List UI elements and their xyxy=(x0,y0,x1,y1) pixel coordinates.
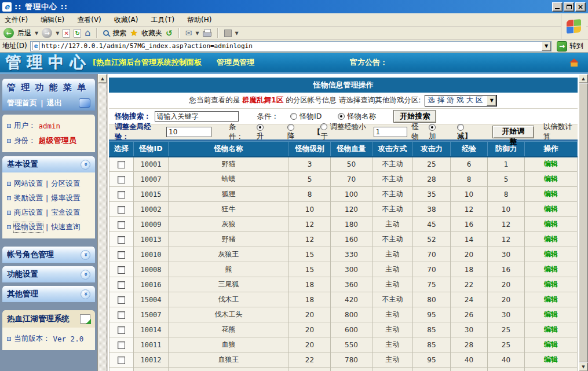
sidebar-item-site-settings[interactable]: 网站设置 xyxy=(14,179,43,189)
history-button[interactable]: ↺ xyxy=(166,29,173,38)
edit-dropdown-icon[interactable]: ▼ xyxy=(235,31,239,36)
mail-button[interactable]: ✉ ▼ xyxy=(185,29,199,37)
sidebar-item-droprate-settings[interactable]: 爆率设置 xyxy=(51,193,80,203)
edit-page-button[interactable]: ▼ xyxy=(224,30,239,37)
sidebar-item-logout[interactable]: 退出 xyxy=(47,98,62,108)
edit-link[interactable]: 编辑 xyxy=(544,205,558,213)
edit-link[interactable]: 编辑 xyxy=(544,295,558,303)
edit-link[interactable]: 编辑 xyxy=(544,235,558,243)
menu-favorites[interactable]: 收藏(A) xyxy=(114,15,138,25)
address-label: 地址(D) xyxy=(2,41,27,51)
radio-exp-down[interactable]: 降 xyxy=(287,123,303,141)
edit-link[interactable]: 编辑 xyxy=(544,190,558,198)
go-button[interactable]: → 转到 xyxy=(554,41,586,52)
row-checkbox[interactable] xyxy=(118,341,125,349)
home-button[interactable]: ⌂ xyxy=(85,28,90,38)
address-input[interactable] xyxy=(42,42,542,50)
scroll-up-icon[interactable]: ▲ xyxy=(98,74,107,83)
zone-select[interactable]: 选 择 游 戏 大 区 ▼ xyxy=(425,95,498,106)
forward-dropdown-icon[interactable]: ▼ xyxy=(56,31,59,36)
admin-manage-link[interactable]: 管理员管理 xyxy=(217,57,254,68)
refresh-button[interactable]: ↻ xyxy=(74,29,81,38)
sidebar-item-monster-settings[interactable]: 怪物设置 xyxy=(14,222,43,232)
row-checkbox[interactable] xyxy=(118,221,125,229)
chevron-double-down-icon[interactable]: » xyxy=(81,270,90,280)
row-checkbox[interactable] xyxy=(118,161,125,168)
section-account-role[interactable]: 帐号角色管理 » xyxy=(2,247,95,263)
edit-link[interactable]: 编辑 xyxy=(544,220,558,228)
row-checkbox[interactable] xyxy=(118,236,125,244)
mail-dropdown-icon[interactable]: ▼ xyxy=(195,31,199,36)
chevron-double-down-icon[interactable]: » xyxy=(81,160,90,170)
banner-home-icon[interactable] xyxy=(569,58,579,67)
row-checkbox[interactable] xyxy=(118,311,125,319)
edit-link[interactable]: 编辑 xyxy=(544,355,558,363)
sidebar-item-quick-query[interactable]: 快速查询 xyxy=(51,222,80,232)
sidebar-scrollbar[interactable]: ▲ xyxy=(97,74,107,371)
exp-threshold-input[interactable] xyxy=(374,127,407,137)
start-adjust-button[interactable]: 开始调整 xyxy=(492,126,534,138)
row-checkbox[interactable] xyxy=(118,296,125,304)
radio-exp-add[interactable]: 加 xyxy=(429,123,444,141)
edit-link[interactable]: 编辑 xyxy=(544,310,558,318)
main-scrollbar[interactable]: ▲ ▼ xyxy=(579,74,588,371)
row-checkbox[interactable] xyxy=(118,206,125,214)
sidebar-item-treasurebox-settings[interactable]: 宝盒设置 xyxy=(51,208,80,218)
row-checkbox[interactable] xyxy=(118,191,125,199)
radio-exp-sub[interactable]: 减】 xyxy=(457,123,480,141)
sidebar-item-reward-settings[interactable]: 奖励设置 xyxy=(14,193,43,203)
row-checkbox[interactable] xyxy=(118,281,125,289)
row-checkbox[interactable] xyxy=(118,251,125,259)
menu-view[interactable]: 查看(V) xyxy=(77,15,101,25)
minimize-button[interactable] xyxy=(552,2,563,12)
radio-monster-id[interactable]: 怪物ID xyxy=(290,112,322,122)
radio-exp-less-than[interactable]: 调整经验小于 xyxy=(320,122,370,142)
edit-link[interactable]: 编辑 xyxy=(544,265,558,273)
scroll-up-icon[interactable]: ▲ xyxy=(579,74,588,83)
row-checkbox[interactable] xyxy=(118,326,125,334)
address-field[interactable]: e ▼ xyxy=(30,41,552,52)
maximize-button[interactable] xyxy=(564,2,574,12)
chevron-double-down-icon[interactable]: » xyxy=(81,250,90,260)
favorites-button[interactable]: ★ 收藏夹 xyxy=(130,28,162,38)
menu-edit[interactable]: 编辑(E) xyxy=(41,15,64,25)
edit-link[interactable]: 编辑 xyxy=(544,160,558,168)
select-dropdown-icon[interactable]: ▼ xyxy=(487,95,496,106)
radio-exp-up[interactable]: 升 xyxy=(257,123,272,141)
radio-monster-name[interactable]: 怪物名称 xyxy=(338,112,376,122)
sidebar-item-home[interactable]: 管理首页 xyxy=(7,98,37,108)
search-button[interactable]: 搜索 xyxy=(103,28,126,38)
menu-tools[interactable]: 工具(T) xyxy=(151,15,174,25)
forward-button[interactable]: → ▼ xyxy=(42,28,59,38)
table-row: 10008熊15300主动701816编辑 xyxy=(109,262,578,277)
row-checkbox[interactable] xyxy=(118,357,125,364)
keyword-input[interactable] xyxy=(155,111,239,122)
scrollbar-thumb[interactable] xyxy=(579,83,588,362)
print-button[interactable] xyxy=(203,29,211,37)
version-label: 当前版本： xyxy=(14,334,50,344)
menu-file[interactable]: 文件(F) xyxy=(5,15,28,25)
start-search-button[interactable]: 开始搜索 xyxy=(393,110,436,123)
scroll-down-icon[interactable]: ▼ xyxy=(579,362,588,371)
close-button[interactable]: × xyxy=(575,2,586,12)
stop-button[interactable]: ✕ xyxy=(63,29,70,38)
section-other-manage[interactable]: 其他管理 » xyxy=(2,286,95,302)
menu-help[interactable]: 帮助(H) xyxy=(187,15,211,25)
section-function-settings[interactable]: 功能设置 » xyxy=(2,266,95,282)
row-checkbox[interactable] xyxy=(118,266,125,274)
edit-link[interactable]: 编辑 xyxy=(544,280,558,288)
chevron-double-down-icon[interactable]: » xyxy=(81,289,90,299)
edit-link[interactable]: 编辑 xyxy=(544,175,558,183)
address-dropdown-icon[interactable]: ▼ xyxy=(542,42,551,51)
sidebar-item-shop-settings[interactable]: 商店设置 xyxy=(14,208,43,218)
site-logo: 管理中心 xyxy=(6,52,92,73)
edit-link[interactable]: 编辑 xyxy=(544,250,558,258)
row-checkbox[interactable] xyxy=(118,176,125,183)
edit-link[interactable]: 编辑 xyxy=(544,325,558,333)
exp-value-input[interactable] xyxy=(166,127,211,137)
edit-link[interactable]: 编辑 xyxy=(544,340,558,348)
section-basic-settings[interactable]: 基本设置 » xyxy=(2,156,95,172)
back-button[interactable]: ← 后退 ▼ xyxy=(3,28,38,38)
back-dropdown-icon[interactable]: ▼ xyxy=(35,31,38,36)
sidebar-item-zone-settings[interactable]: 分区设置 xyxy=(51,179,80,189)
